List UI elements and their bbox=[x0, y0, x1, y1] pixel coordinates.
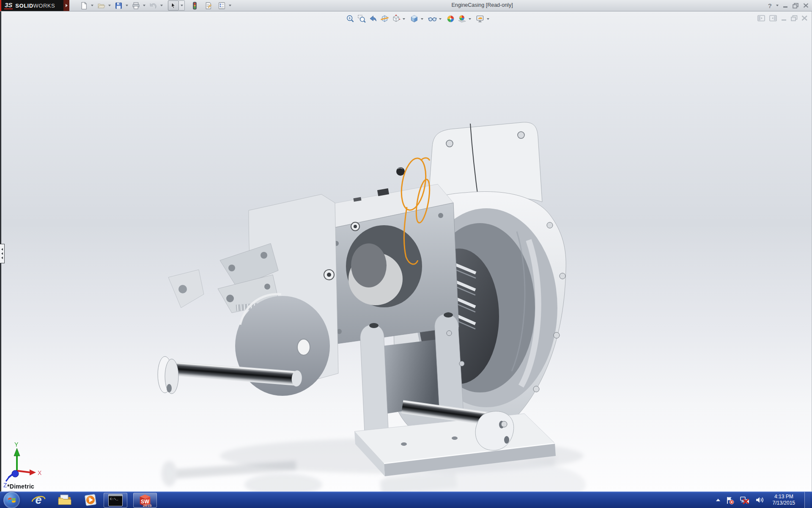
save-floppy-icon bbox=[115, 2, 123, 10]
close-button[interactable] bbox=[803, 3, 809, 8]
command-prompt-icon: C:\_ bbox=[108, 494, 123, 506]
screen: 3S SOLIDWORKS bbox=[0, 0, 812, 508]
print-icon bbox=[132, 2, 140, 10]
chevron-down-icon bbox=[181, 5, 183, 6]
volume-icon[interactable] bbox=[755, 496, 765, 504]
title-bar: 3S SOLIDWORKS bbox=[0, 0, 812, 11]
select-dropdown-button[interactable] bbox=[179, 0, 185, 11]
window-title: EngineCasing [Read-only] bbox=[402, 0, 562, 11]
help-button[interactable]: ? bbox=[768, 2, 772, 9]
cursor-icon bbox=[170, 2, 177, 9]
action-center-flag-icon[interactable] bbox=[725, 496, 735, 505]
internet-explorer-button[interactable]: e bbox=[31, 493, 46, 507]
solidworks-logo: 3S SOLIDWORKS bbox=[0, 0, 63, 11]
select-tool bbox=[168, 0, 185, 11]
network-status-icon[interactable] bbox=[740, 496, 750, 505]
flyout-arrow-icon bbox=[66, 4, 68, 7]
new-document-icon bbox=[80, 2, 88, 10]
chevron-down-icon[interactable] bbox=[160, 5, 163, 6]
brand-name: SOLIDWORKS bbox=[15, 3, 55, 9]
taskbar: e C:\_ bbox=[0, 491, 812, 508]
folder-icon bbox=[57, 494, 72, 506]
view-orientation-label: *Dimetric bbox=[7, 483, 34, 490]
menu-flyout-button[interactable] bbox=[63, 0, 69, 11]
chevron-down-icon[interactable] bbox=[776, 5, 779, 6]
file-properties-icon bbox=[204, 2, 212, 10]
chevron-down-icon[interactable] bbox=[108, 5, 111, 6]
print-button[interactable] bbox=[132, 1, 140, 10]
3ds-compass-icon: 3S bbox=[4, 2, 13, 9]
chevron-down-icon[interactable] bbox=[91, 5, 93, 6]
solidworks-taskbar-button[interactable]: SW 2015 bbox=[133, 493, 157, 508]
clock-date: 7/13/2015 bbox=[773, 500, 795, 506]
open-folder-icon bbox=[97, 2, 105, 10]
window-controls: ? bbox=[768, 0, 809, 11]
orientation-triad: Y X Z bbox=[3, 441, 42, 489]
triad-y-label: Y bbox=[14, 441, 19, 448]
triad-z-label: Z bbox=[3, 482, 7, 489]
triad-x-label: X bbox=[38, 469, 42, 476]
engine-casing-model[interactable]: Y X Z bbox=[0, 11, 812, 491]
select-button[interactable] bbox=[168, 0, 179, 11]
show-desktop-button[interactable] bbox=[804, 492, 810, 508]
undo-button[interactable] bbox=[149, 1, 158, 10]
undo-icon bbox=[149, 2, 157, 10]
chevron-down-icon[interactable] bbox=[126, 5, 128, 6]
chevron-down-icon[interactable] bbox=[143, 5, 145, 6]
media-player-icon bbox=[83, 493, 98, 507]
options-checklist-icon bbox=[218, 2, 226, 10]
media-player-button[interactable] bbox=[83, 493, 98, 507]
rebuild-stoplight-icon bbox=[191, 2, 199, 10]
system-tray: 4:13 PM 7/13/2015 bbox=[716, 492, 812, 508]
rebuild-button[interactable] bbox=[190, 1, 199, 10]
command-prompt-button[interactable]: C:\_ bbox=[104, 493, 127, 508]
open-button[interactable] bbox=[97, 1, 106, 10]
file-properties-button[interactable] bbox=[204, 1, 213, 10]
ie-orbit-icon bbox=[31, 493, 46, 507]
start-button[interactable] bbox=[3, 492, 20, 508]
solidworks-2015-icon: SW 2015 bbox=[137, 493, 153, 507]
clock-time: 4:13 PM bbox=[773, 494, 795, 500]
taskbar-clock[interactable]: 4:13 PM 7/13/2015 bbox=[773, 494, 795, 506]
windows-explorer-button[interactable] bbox=[57, 494, 72, 506]
minimize-button[interactable] bbox=[783, 3, 788, 8]
new-document-button[interactable] bbox=[80, 1, 88, 10]
restore-button[interactable] bbox=[793, 3, 799, 8]
chevron-down-icon[interactable] bbox=[229, 5, 231, 6]
graphics-area[interactable]: Y X Z *Dimetric bbox=[0, 11, 812, 491]
windows-flag-icon bbox=[7, 496, 16, 504]
quick-access-toolbar bbox=[80, 0, 233, 11]
logo-accent bbox=[0, 0, 1, 11]
front-shaft-flange[interactable] bbox=[158, 356, 178, 394]
svg-text:2015: 2015 bbox=[143, 503, 152, 507]
save-button[interactable] bbox=[114, 1, 123, 10]
show-hidden-icons-button[interactable] bbox=[716, 499, 720, 501]
options-button[interactable] bbox=[217, 1, 226, 10]
